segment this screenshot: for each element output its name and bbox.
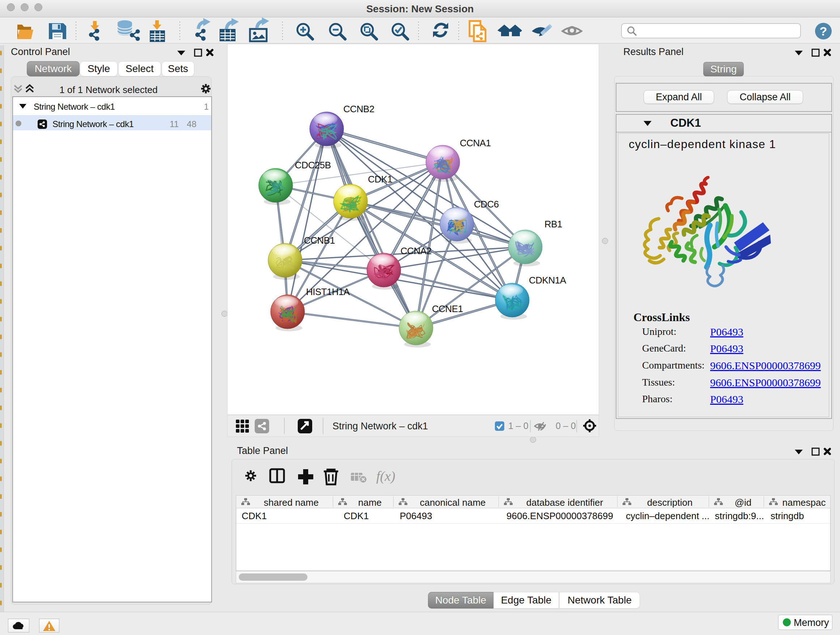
svg-text:1 – 0: 1 – 0 xyxy=(508,421,529,431)
svg-text:String Network – cdk1: String Network – cdk1 xyxy=(332,421,428,432)
svg-text:CDC25B: CDC25B xyxy=(295,160,331,171)
svg-text:0 – 0: 0 – 0 xyxy=(556,421,576,431)
svg-text:CDC6: CDC6 xyxy=(474,199,499,210)
svg-text:f(x): f(x) xyxy=(376,469,395,484)
svg-text:CCNA1: CCNA1 xyxy=(460,138,491,149)
svg-text:CCNB1: CCNB1 xyxy=(304,235,335,246)
svg-text:CDKN1A: CDKN1A xyxy=(529,275,567,286)
svg-text:CDK1: CDK1 xyxy=(368,174,392,185)
svg-text:CCNA2: CCNA2 xyxy=(401,245,431,256)
svg-text:CCNE1: CCNE1 xyxy=(432,303,463,314)
svg-text:RB1: RB1 xyxy=(545,219,562,230)
svg-text:CCNB2: CCNB2 xyxy=(343,103,374,114)
svg-text:HIST1H1A: HIST1H1A xyxy=(306,287,350,297)
